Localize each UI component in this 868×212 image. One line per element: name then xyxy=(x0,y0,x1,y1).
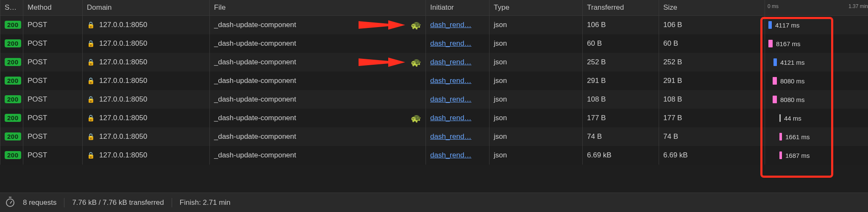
col-header-waterfall[interactable]: 0 ms 1.37 min xyxy=(765,0,868,16)
cell-method: POST xyxy=(23,34,83,53)
table-row[interactable]: 200POST🔒127.0.0.1:8050_dash-update-compo… xyxy=(0,34,868,53)
waterfall-bar xyxy=(768,21,772,29)
col-header-size[interactable]: Size xyxy=(659,0,765,16)
domain-text: 127.0.0.1:8050 xyxy=(99,58,147,66)
cell-waterfall: 8080 ms xyxy=(765,90,868,109)
turtle-icon: 🐢 xyxy=(411,114,421,122)
cell-transferred: 60 B xyxy=(583,34,659,53)
cell-transferred: 74 B xyxy=(583,127,659,146)
cell-waterfall: 44 ms xyxy=(765,109,868,127)
annotation-arrow-icon xyxy=(359,19,405,31)
domain-text: 127.0.0.1:8050 xyxy=(99,21,147,29)
cell-method: POST xyxy=(23,109,83,127)
cell-type: json xyxy=(490,127,583,146)
waterfall-tick-start: 0 ms xyxy=(768,3,779,9)
table-row[interactable]: 200POST🔒127.0.0.1:8050_dash-update-compo… xyxy=(0,109,868,127)
cell-domain: 🔒127.0.0.1:8050 xyxy=(83,72,210,90)
cell-file: _dash-update-component xyxy=(210,72,426,90)
waterfall-time-label: 8080 ms xyxy=(780,77,805,84)
table-row[interactable]: 200POST🔒127.0.0.1:8050_dash-update-compo… xyxy=(0,16,868,34)
initiator-link[interactable]: dash_rend… xyxy=(430,39,471,47)
cell-method: POST xyxy=(23,72,83,90)
cell-type: json xyxy=(490,90,583,109)
cell-file: _dash-update-component🐢 xyxy=(210,109,426,127)
table-row[interactable]: 200POST🔒127.0.0.1:8050_dash-update-compo… xyxy=(0,127,868,146)
cell-waterfall: 1661 ms xyxy=(765,127,868,146)
domain-text: 127.0.0.1:8050 xyxy=(99,132,147,140)
col-header-status[interactable]: St… xyxy=(0,0,23,16)
table-row[interactable]: 200POST🔒127.0.0.1:8050_dash-update-compo… xyxy=(0,53,868,72)
file-text: _dash-update-component xyxy=(214,95,296,103)
cell-transferred: 6.69 kB xyxy=(583,146,659,165)
cell-method: POST xyxy=(23,53,83,72)
initiator-link[interactable]: dash_rend… xyxy=(430,95,471,103)
status-badge: 200 xyxy=(5,58,21,66)
col-header-type[interactable]: Type xyxy=(490,0,583,16)
cell-domain: 🔒127.0.0.1:8050 xyxy=(83,53,210,72)
initiator-link[interactable]: dash_rend… xyxy=(430,58,471,66)
domain-text: 127.0.0.1:8050 xyxy=(99,151,147,159)
waterfall-bar xyxy=(773,77,777,85)
status-badge: 200 xyxy=(5,77,21,85)
cell-type: json xyxy=(490,34,583,53)
status-badge: 200 xyxy=(5,151,21,159)
file-text: _dash-update-component xyxy=(214,21,296,29)
cell-transferred: 177 B xyxy=(583,109,659,127)
waterfall-time-label: 8167 ms xyxy=(776,40,801,47)
col-header-method[interactable]: Method xyxy=(23,0,83,16)
cell-file: _dash-update-component xyxy=(210,146,426,165)
cell-size: 106 B xyxy=(659,16,765,34)
status-badge: 200 xyxy=(5,39,21,47)
file-text: _dash-update-component xyxy=(214,77,296,85)
col-header-domain[interactable]: Domain xyxy=(83,0,210,16)
cell-domain: 🔒127.0.0.1:8050 xyxy=(83,127,210,146)
cell-transferred: 106 B xyxy=(583,16,659,34)
cell-initiator: dash_rend… xyxy=(426,16,490,34)
cell-initiator: dash_rend… xyxy=(426,90,490,109)
col-header-initiator[interactable]: Initiator xyxy=(426,0,490,16)
cell-domain: 🔒127.0.0.1:8050 xyxy=(83,109,210,127)
cell-file: _dash-update-component xyxy=(210,90,426,109)
cell-initiator: dash_rend… xyxy=(426,53,490,72)
waterfall-bar xyxy=(773,96,777,103)
cell-transferred: 108 B xyxy=(583,90,659,109)
initiator-link[interactable]: dash_rend… xyxy=(430,77,471,85)
table-row[interactable]: 200POST🔒127.0.0.1:8050_dash-update-compo… xyxy=(0,146,868,165)
cell-waterfall: 8167 ms xyxy=(765,34,868,53)
waterfall-time-label: 1661 ms xyxy=(785,133,810,140)
initiator-link[interactable]: dash_rend… xyxy=(430,21,471,29)
table-row[interactable]: 200POST🔒127.0.0.1:8050_dash-update-compo… xyxy=(0,90,868,109)
cell-domain: 🔒127.0.0.1:8050 xyxy=(83,146,210,165)
cell-waterfall: 1687 ms xyxy=(765,146,868,165)
lock-icon: 🔒 xyxy=(87,40,95,47)
col-header-file[interactable]: File xyxy=(210,0,426,16)
domain-text: 127.0.0.1:8050 xyxy=(99,95,147,103)
status-finish: Finish: 2.71 min xyxy=(180,198,231,207)
cell-type: json xyxy=(490,72,583,90)
lock-icon: 🔒 xyxy=(87,133,95,140)
initiator-link[interactable]: dash_rend… xyxy=(430,132,471,140)
cell-size: 291 B xyxy=(659,72,765,90)
table-row[interactable]: 200POST🔒127.0.0.1:8050_dash-update-compo… xyxy=(0,72,868,90)
cell-initiator: dash_rend… xyxy=(426,146,490,165)
initiator-link[interactable]: dash_rend… xyxy=(430,114,471,122)
cell-initiator: dash_rend… xyxy=(426,109,490,127)
status-requests: 8 requests xyxy=(23,198,56,207)
cell-domain: 🔒127.0.0.1:8050 xyxy=(83,16,210,34)
cell-file: _dash-update-component🐢 xyxy=(210,53,426,72)
waterfall-bar xyxy=(779,114,781,122)
waterfall-bar xyxy=(768,40,773,47)
initiator-link[interactable]: dash_rend… xyxy=(430,151,471,159)
turtle-icon: 🐢 xyxy=(411,21,421,29)
waterfall-bar xyxy=(779,151,782,159)
file-text: _dash-update-component xyxy=(214,132,296,140)
waterfall-time-label: 8080 ms xyxy=(780,96,805,103)
stopwatch-icon xyxy=(6,198,14,207)
cell-type: json xyxy=(490,16,583,34)
waterfall-tick-end: 1.37 min xyxy=(849,3,868,9)
status-badge: 200 xyxy=(5,95,21,103)
col-header-transferred[interactable]: Transferred xyxy=(583,0,659,16)
waterfall-time-label: 44 ms xyxy=(784,114,801,121)
cell-size: 177 B xyxy=(659,109,765,127)
svg-marker-0 xyxy=(359,20,405,30)
